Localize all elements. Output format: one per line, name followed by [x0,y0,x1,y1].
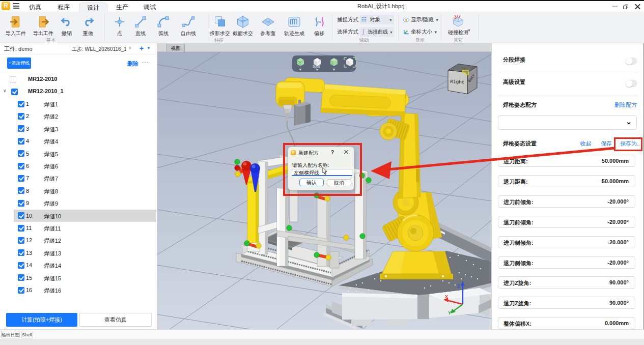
svg-text:Right: Right [450,79,465,85]
svg-text:Y: Y [448,310,451,315]
svg-text:X: X [445,294,448,299]
svg-text:Solid: Solid [313,65,320,68]
svg-text:Z: Z [457,283,460,289]
svg-text:Top: Top [461,66,466,70]
